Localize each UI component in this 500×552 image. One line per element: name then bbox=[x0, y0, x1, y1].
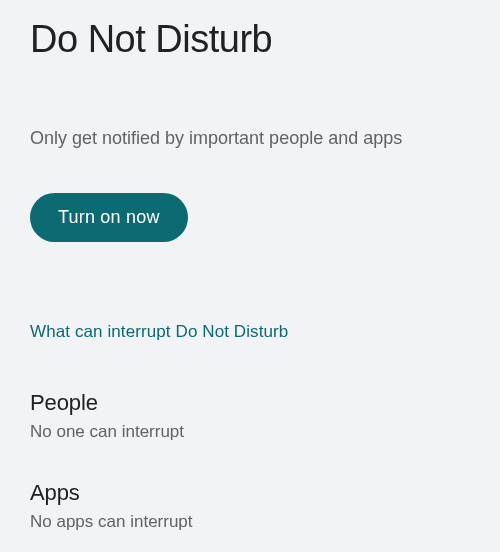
apps-setting-title: Apps bbox=[30, 480, 470, 506]
interrupt-section-header: What can interrupt Do Not Disturb bbox=[30, 322, 470, 342]
turn-on-now-button[interactable]: Turn on now bbox=[30, 193, 188, 242]
apps-setting-summary: No apps can interrupt bbox=[30, 512, 470, 532]
people-setting-title: People bbox=[30, 390, 470, 416]
people-setting-summary: No one can interrupt bbox=[30, 422, 470, 442]
apps-setting-row[interactable]: Apps No apps can interrupt bbox=[30, 480, 470, 532]
page-subtitle: Only get notified by important people an… bbox=[30, 126, 470, 151]
people-setting-row[interactable]: People No one can interrupt bbox=[30, 390, 470, 442]
page-title: Do Not Disturb bbox=[30, 18, 470, 61]
